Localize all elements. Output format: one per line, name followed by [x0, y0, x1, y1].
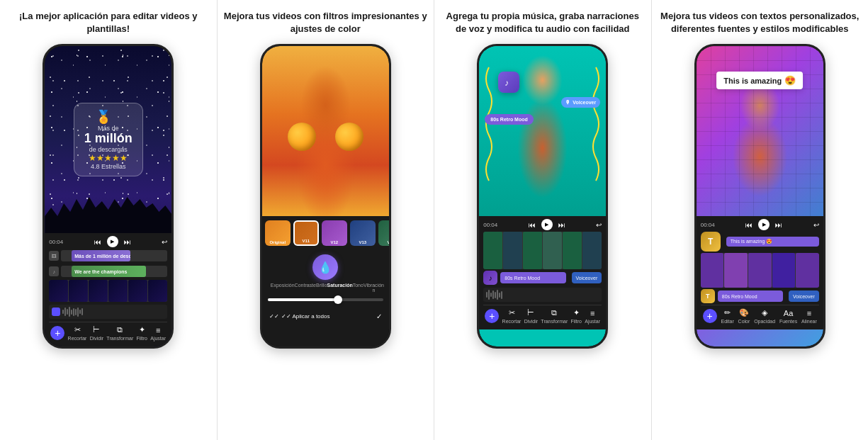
orange-right: [335, 123, 363, 151]
slider-fill: [268, 298, 337, 301]
filter-v14[interactable]: V14: [378, 220, 389, 246]
confirm-check-icon[interactable]: ✓: [376, 312, 382, 320]
wave-bar: [499, 293, 500, 298]
track1-clip: Más de 1 millón de descargas: [72, 250, 130, 261]
film-frame-4-3: [748, 253, 772, 288]
filter-v11[interactable]: V11: [293, 220, 319, 246]
color-icon: 🎨: [739, 308, 749, 317]
add-button-4[interactable]: +: [703, 309, 717, 323]
saturation-slider[interactable]: [268, 298, 383, 301]
wave-bar: [81, 308, 83, 315]
apply-all-button[interactable]: ✓✓ ✓✓ Aplicar a todos: [269, 313, 330, 320]
wave-bar: [69, 307, 70, 317]
phone3-screen: ♪ 80s Retro Mood 🎙 Voiceover: [479, 46, 606, 346]
undo-icon-1[interactable]: ↩: [162, 238, 167, 246]
voiceover-button-3[interactable]: 🎙 Voiceover: [561, 97, 600, 108]
music-track-icon: ♪: [483, 271, 497, 285]
badge-main: 1 millón: [84, 132, 133, 146]
recortar-icon-3: ✂: [509, 308, 515, 317]
phone-1: 🏅 Más de 1 millón de descargas ★★★★★ 4.8…: [43, 44, 174, 349]
skip-fwd-icon-4[interactable]: ⏭: [775, 221, 782, 229]
phone4-screen: This is amazing 😍 00:04 ⏮ ▶ ⏭ ↩: [697, 46, 823, 346]
adj-contraste[interactable]: Contraste: [295, 283, 316, 293]
add-button-3[interactable]: +: [485, 309, 499, 323]
voiceover-track-3: Voiceover: [572, 272, 602, 283]
toolbar-item-ajustar[interactable]: ≡ Ajustar: [150, 326, 166, 341]
phone4-editor: 00:04 ⏮ ▶ ⏭ ↩ T This is amazing 😍: [697, 216, 823, 329]
toolbar-item-editar[interactable]: ✏ Editar: [721, 308, 733, 324]
filter-original[interactable]: Original: [265, 220, 291, 246]
toolbar-item-dividir-3[interactable]: ⊢ Dividir: [524, 308, 538, 324]
wave-bar: [497, 290, 498, 300]
mood-badge-3: 80s Retro Mood: [485, 114, 534, 125]
panel4-title: Mejora tus videos con textos personaliza…: [658, 10, 863, 37]
filter-label-v14: V14: [378, 240, 389, 244]
add-button-1[interactable]: +: [50, 326, 64, 340]
wave-bar: [67, 309, 68, 315]
toolbar-item-ajustar-3[interactable]: ≡ Ajustar: [585, 309, 600, 324]
undo-icon-3[interactable]: ↩: [596, 221, 602, 229]
undo-icon-4[interactable]: ↩: [813, 221, 819, 229]
transformar-icon-3: ⧉: [551, 308, 557, 317]
transformar-icon: ⧉: [117, 325, 123, 334]
skip-back-icon-1[interactable]: ⏮: [94, 238, 101, 246]
filter-v13[interactable]: V13: [350, 220, 376, 246]
mic-icon-3: 🎙: [565, 100, 570, 105]
skip-back-icon-4[interactable]: ⏮: [745, 221, 753, 229]
music-track-icon-4: T: [701, 289, 715, 303]
play-button-4[interactable]: ▶: [758, 219, 770, 230]
toolbar-item-transformar[interactable]: ⧉ Transformar: [106, 325, 133, 341]
toolbar-item-transformar-3[interactable]: ⧉ Transformar: [541, 308, 568, 324]
toolbar-item-opacidad[interactable]: ◈ Opacidad: [754, 308, 775, 324]
squiggly-lines-right: [590, 60, 602, 188]
phone2-screen: Original V11 V12 V13 V14: [262, 46, 389, 346]
alinear-icon: ≡: [807, 309, 811, 317]
skip-back-icon-3[interactable]: ⏮: [529, 221, 536, 229]
adj-exposicion[interactable]: Exposición: [271, 283, 295, 293]
toolbar-item-color[interactable]: 🎨 Color: [738, 308, 750, 324]
toolbar-1: + ✂ Recortar ⊢ Dividir ⧉ Transformar: [49, 322, 167, 344]
mood-label-3: 80s Retro Mood: [490, 117, 528, 122]
adjustment-area: 💧 Exposición Contraste Brillo Saturación…: [262, 250, 389, 308]
time-display-3: 00:04: [483, 222, 497, 228]
film-frame-4-5: [796, 253, 819, 288]
text-track-clip: This is amazing 😍: [726, 237, 819, 247]
slider-knob[interactable]: [334, 295, 342, 304]
filter-v12[interactable]: V12: [322, 220, 347, 246]
badge-suffix: de descargas: [84, 146, 133, 153]
toolbar-item-alinear[interactable]: ≡ Alinear: [801, 309, 817, 324]
skip-fwd-icon-1[interactable]: ⏭: [124, 238, 131, 246]
play-button-3[interactable]: ▶: [541, 219, 553, 230]
voiceover-track-label-3: Voiceover: [576, 276, 598, 281]
apply-all-bar: ✓✓ ✓✓ Aplicar a todos ✓: [262, 308, 389, 325]
panel-filters: Mejora tus videos con filtros impresiona…: [218, 0, 435, 440]
adj-saturacion[interactable]: Saturación: [327, 283, 353, 293]
wave-bar: [75, 309, 77, 315]
mood-track-label-3: 80s Retro Mood: [505, 276, 540, 281]
film-frame-3: [89, 280, 108, 302]
adj-vibracion[interactable]: Vibración n: [363, 283, 384, 293]
skip-fwd-icon-3[interactable]: ⏭: [558, 221, 565, 229]
voiceover-track-4: Voiceover: [789, 290, 819, 302]
toolbar-item-recortar-3[interactable]: ✂ Recortar: [502, 308, 522, 324]
adj-tono[interactable]: Tono: [353, 283, 363, 293]
fuentes-icon: Aa: [784, 309, 793, 317]
filmstrip-3: [483, 232, 602, 269]
track1-icon: 🖼: [52, 254, 57, 259]
toolbar-item-fuentes[interactable]: Aa Fuentes: [779, 309, 797, 324]
phone-2: Original V11 V12 V13 V14: [260, 44, 391, 349]
orange-left: [288, 123, 316, 151]
phone2-photo: [262, 46, 389, 216]
panel-music: Agrega tu propia música, graba narracion…: [434, 0, 652, 440]
mood-track-label-4: 80s Retro Mood: [722, 294, 757, 299]
ajustar-icon: ≡: [156, 326, 160, 334]
opacidad-icon: ◈: [762, 308, 767, 317]
wave-bar: [495, 292, 496, 298]
toolbar-item-filtro[interactable]: ✦ Filtro: [136, 325, 147, 341]
toolbar-item-dividir[interactable]: ⊢ Dividir: [90, 325, 103, 341]
toolbar-item-filtro-3[interactable]: ✦ Filtro: [570, 308, 582, 324]
toolbar-item-recortar[interactable]: ✂ Recortar: [68, 325, 87, 341]
droplet-icon: 💧: [312, 254, 338, 280]
adj-brillo[interactable]: Brillo: [316, 283, 327, 293]
play-button-1[interactable]: ▶: [107, 236, 118, 247]
